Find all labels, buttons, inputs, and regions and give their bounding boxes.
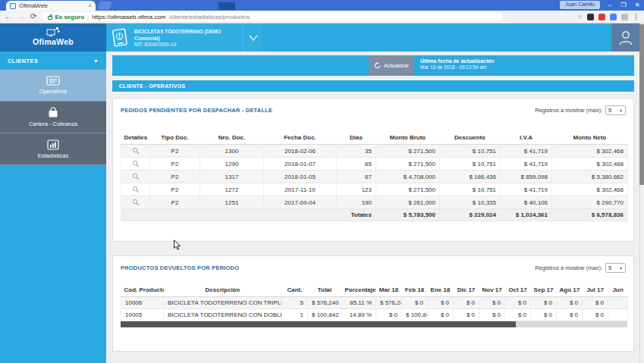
- cell: $ 302,468: [552, 183, 628, 196]
- cell: $ 261,000: [376, 196, 440, 209]
- last-update-info: Última fecha de actualización Mar 13 de …: [414, 55, 528, 76]
- cell: 2018-01-07: [264, 158, 337, 171]
- maximize-icon[interactable]: ❒: [619, 0, 628, 10]
- forward-icon: →: [17, 13, 25, 20]
- browser-urlbar: ← → ⟳ Es seguro | https://ofimaweb.ofima…: [0, 11, 644, 23]
- logo-text: OfimaWeb: [0, 37, 106, 46]
- address-bar[interactable]: Es seguro | https://ofimaweb.ofima.com/c…: [42, 12, 503, 21]
- column-header: Nov 17: [479, 283, 505, 297]
- secure-badge[interactable]: Es seguro: [48, 14, 84, 20]
- actualizar-button[interactable]: Actualizar: [369, 55, 414, 76]
- cell: 67: [337, 171, 376, 183]
- cell: 2018-02-06: [264, 145, 337, 158]
- column-header: Jul 17: [583, 283, 608, 297]
- cell: 1317: [200, 171, 264, 183]
- extension-icon-blue[interactable]: [610, 14, 617, 20]
- sidebar-item-operativos[interactable]: Operativos: [0, 70, 106, 102]
- cell: $ 10,751: [440, 183, 501, 196]
- column-header: Mar 18: [376, 283, 402, 297]
- minimize-icon[interactable]: –: [605, 0, 614, 10]
- details-cell[interactable]: [121, 196, 150, 209]
- vertical-scrollbar[interactable]: [639, 23, 644, 363]
- bar-chart-icon: [47, 139, 59, 150]
- cell: $ 302,468: [552, 158, 628, 171]
- table-row: P212722017-11-10123$ 271,500$ 10,751$ 41…: [121, 183, 628, 196]
- magnifier-icon[interactable]: [132, 199, 140, 206]
- cell: 2017-09-04: [264, 196, 337, 209]
- table-row: P212902018-01-0765$ 271,500$ 10,751$ 41,…: [121, 158, 628, 171]
- horizontal-scrollbar[interactable]: [121, 321, 627, 327]
- cell: $ 0: [428, 297, 454, 309]
- extension-icon-gray[interactable]: [621, 14, 628, 20]
- last-update-value: Mar 13 de 2018 - 09:12:54 am: [420, 64, 528, 70]
- close-window-icon[interactable]: ✕: [633, 0, 642, 10]
- extension-icon-red[interactable]: [598, 14, 605, 20]
- totals-cell: $ 5,783,500: [376, 209, 440, 221]
- user-menu[interactable]: [611, 23, 639, 52]
- vertical-scrollbar-thumb[interactable]: [639, 24, 644, 185]
- bookmark-star-icon[interactable]: ☆: [576, 13, 583, 20]
- magnifier-icon[interactable]: [132, 160, 140, 167]
- close-tab-icon[interactable]: ×: [88, 2, 92, 9]
- new-tab-button[interactable]: [97, 2, 112, 10]
- cell: 5: [282, 297, 308, 309]
- cell: $ 10,335: [440, 196, 501, 209]
- pending-orders-table: DetallesTipo Doc.Nro. Doc.Fecha Doc.Días…: [121, 131, 628, 221]
- cell: $ 100,842: [308, 309, 342, 321]
- table-row: P212512017-09-04190$ 261,000$ 10,335$ 40…: [121, 196, 628, 209]
- url-host: https://ofimaweb.ofima.com: [92, 14, 165, 20]
- company-selector[interactable]: BICICLETAS TODOTERRENO (DEMO Comercial) …: [107, 23, 262, 52]
- browser-menu-icon[interactable]: ⋮: [633, 13, 639, 20]
- details-cell[interactable]: [121, 158, 150, 171]
- browser-profile-button[interactable]: Juan Camilo: [560, 1, 600, 9]
- extension-icon-dark[interactable]: [587, 14, 594, 20]
- details-cell[interactable]: [121, 171, 150, 183]
- tabstrip-button[interactable]: [218, 2, 235, 10]
- browser-tab[interactable]: OfimaWeb ×: [6, 1, 96, 11]
- totals-cell: $ 1,024,361: [501, 209, 552, 221]
- url-path: /cliente/estadisticas/productos: [169, 14, 250, 20]
- cell: 14.89 %: [342, 309, 376, 321]
- column-header: Cod. Producto: [121, 283, 164, 297]
- sidebar-section-clientes[interactable]: CLIENTES ▼: [0, 52, 106, 70]
- bag-icon: [47, 107, 59, 118]
- cell: 123: [337, 183, 376, 196]
- back-icon[interactable]: ←: [5, 13, 12, 20]
- pending-orders-header-row: DetallesTipo Doc.Nro. Doc.Fecha Doc.Días…: [121, 131, 628, 145]
- cell: $ 0: [376, 309, 402, 321]
- cell: 1251: [200, 196, 264, 209]
- records-select[interactable]: 5▼: [605, 105, 626, 115]
- column-header: Sep 17: [531, 283, 557, 297]
- cell: P2: [150, 158, 200, 171]
- totals-cell: $ 229,024: [440, 209, 501, 221]
- column-header: I.V.A: [501, 131, 552, 145]
- refresh-icon: [374, 62, 381, 69]
- returned-products-card: PRODUCTOS DEVUELTOS POR PERIODO Registro…: [112, 255, 634, 352]
- select-caret-icon: ▼: [619, 266, 623, 271]
- details-cell[interactable]: [121, 183, 150, 196]
- cell: [608, 297, 628, 309]
- cell: $ 40,106: [501, 196, 552, 209]
- column-header: Feb 18: [402, 283, 428, 297]
- reload-icon[interactable]: ⟳: [30, 13, 36, 20]
- column-header: Cant.: [282, 283, 308, 297]
- sidebar-item-cartera-cobranza[interactable]: Cartera - Cobranza: [0, 102, 106, 133]
- cell: $ 0: [557, 297, 583, 309]
- returned-products-table: Cod. ProductoDescripciónCant.TotalPorcen…: [121, 283, 628, 321]
- cell: P2: [150, 183, 200, 196]
- cell: $ 0: [454, 297, 479, 309]
- cell: $ 576,240: [308, 297, 342, 309]
- magnifier-icon[interactable]: [132, 147, 140, 155]
- details-cell[interactable]: [121, 145, 150, 158]
- records-select[interactable]: 5▼: [605, 263, 626, 273]
- chevron-down-icon[interactable]: [243, 23, 262, 52]
- magnifier-icon[interactable]: [132, 173, 140, 180]
- app-logo[interactable]: OfimaWeb: [0, 23, 106, 52]
- padlock-icon: [48, 16, 52, 20]
- sidebar-item-estadisticas[interactable]: Estadísticas: [0, 133, 106, 165]
- cell: [608, 309, 628, 321]
- horizontal-scrollbar-thumb[interactable]: [121, 321, 516, 327]
- magnifier-icon[interactable]: [132, 186, 140, 193]
- totals-cell: $ 6,578,836: [552, 209, 628, 221]
- sidebar-item-label: Estadísticas: [38, 152, 68, 159]
